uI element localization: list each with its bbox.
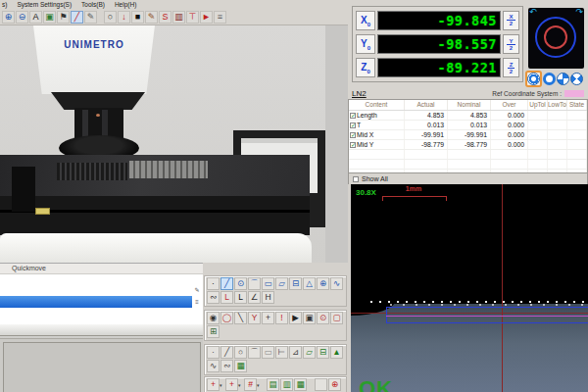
tool-cone[interactable]: △ bbox=[303, 277, 316, 290]
tool-line[interactable]: ╱ bbox=[220, 277, 233, 290]
prog-list[interactable]: ▦ bbox=[294, 378, 307, 391]
tool-cross[interactable]: + bbox=[262, 312, 274, 324]
cs-axis-caret-icon[interactable]: ▾ bbox=[238, 379, 243, 392]
rotate-left-icon[interactable]: ↶ bbox=[529, 7, 537, 17]
image-view-icon[interactable]: ▣ bbox=[43, 11, 56, 24]
brush-icon[interactable]: ✎ bbox=[145, 11, 158, 24]
table-row[interactable]: ✓T 0.013 0.013 0.000 bbox=[349, 121, 587, 130]
table-row[interactable]: ✓Length 4.853 4.853 0.000 bbox=[349, 111, 587, 121]
light-mode-segment-button[interactable] bbox=[570, 73, 583, 85]
dro-row-y: Y0 -98.557 Y 2 bbox=[356, 34, 519, 55]
ref-coordinate-value[interactable] bbox=[564, 90, 584, 97]
z-half-button[interactable]: Z 2 bbox=[503, 58, 519, 77]
tool-curve[interactable]: ∿ bbox=[330, 277, 343, 290]
menu-item-system-settings[interactable]: System Settings(S) bbox=[17, 1, 72, 8]
construct-line[interactable]: ╱ bbox=[220, 346, 233, 359]
tool-focus-circle[interactable]: ⊙ bbox=[317, 312, 329, 324]
tool-branch[interactable]: Y bbox=[248, 312, 261, 324]
edge-detect-icon[interactable]: ╱ bbox=[71, 11, 83, 24]
tool-spline[interactable]: ∾ bbox=[207, 291, 220, 304]
probe-down-icon[interactable]: ↓ bbox=[118, 11, 130, 24]
construct-angle[interactable]: ⊿ bbox=[289, 346, 302, 359]
drag-step-icon[interactable]: ≡ bbox=[193, 299, 202, 308]
construct-distance[interactable]: ⊢ bbox=[275, 346, 288, 359]
tool-arc[interactable]: ⌒ bbox=[248, 277, 261, 290]
camera-view[interactable]: 30.8X 1mm OK bbox=[351, 184, 588, 392]
prog-open[interactable]: ▤ bbox=[267, 378, 279, 391]
tool-step[interactable]: L bbox=[220, 291, 233, 304]
construct-arc[interactable]: ⌒ bbox=[248, 346, 261, 359]
tool-circle[interactable]: ⊙ bbox=[234, 277, 247, 290]
tool-angle[interactable]: ∠ bbox=[248, 291, 261, 304]
light-mode-selected-frame bbox=[525, 71, 542, 87]
marker-icon[interactable]: ► bbox=[200, 11, 213, 24]
calc-tool[interactable]: ▦ bbox=[234, 360, 247, 372]
tool-slot[interactable]: ▱ bbox=[275, 277, 288, 290]
tool-region[interactable]: ▢ bbox=[330, 312, 343, 324]
zoom-in-icon[interactable]: ⊕ bbox=[2, 11, 15, 24]
light-mode-ring-button[interactable] bbox=[543, 73, 556, 85]
row-checkbox[interactable]: ✓ bbox=[350, 142, 356, 148]
x-half-button[interactable]: X 2 bbox=[503, 11, 519, 30]
text-label-icon[interactable]: A bbox=[29, 11, 42, 24]
tool-sphere[interactable]: ⊕ bbox=[317, 277, 329, 290]
z-axis-button[interactable]: Z0 bbox=[356, 58, 375, 77]
color-rgb[interactable] bbox=[315, 378, 327, 391]
menu-item-tools[interactable]: Tools(B) bbox=[81, 1, 105, 8]
tool-exclaim[interactable]: ! bbox=[275, 312, 288, 324]
quickmove-selected-row[interactable] bbox=[0, 296, 192, 308]
row-checkbox[interactable]: ✓ bbox=[350, 122, 356, 128]
tool-point[interactable]: · bbox=[207, 277, 220, 290]
menu-item-help[interactable]: Help(H) bbox=[115, 1, 136, 8]
cs-rotate[interactable]: # bbox=[244, 378, 257, 391]
tool-ring[interactable]: ◯ bbox=[220, 312, 233, 324]
row-checkbox[interactable]: ✓ bbox=[350, 113, 356, 119]
square-tool-icon[interactable]: ■ bbox=[131, 11, 144, 24]
tool-pick-line[interactable]: ╲ bbox=[234, 312, 247, 324]
tool-capture[interactable]: ▣ bbox=[303, 312, 316, 324]
row-checkbox[interactable]: ✓ bbox=[350, 132, 356, 138]
rotate-right-icon[interactable]: ↷ bbox=[575, 7, 583, 17]
cs-rotate-caret-icon[interactable]: ▾ bbox=[257, 379, 262, 392]
prog-save[interactable]: ▥ bbox=[280, 378, 293, 391]
tool-gear[interactable]: ◉ bbox=[207, 312, 220, 324]
construct-curve[interactable]: ∿ bbox=[207, 360, 220, 372]
menu-item-partial[interactable]: s) bbox=[2, 1, 7, 8]
metrology-app-window: s) System Settings(S) Tools(B) Help(H) ⊕… bbox=[0, 0, 588, 392]
tool-grid-probe[interactable]: ⊞ bbox=[207, 325, 220, 338]
light-mode-all-button[interactable] bbox=[527, 73, 540, 85]
circle-tool-icon[interactable]: ○ bbox=[104, 11, 117, 24]
show-all-checkbox[interactable] bbox=[353, 176, 359, 182]
construct-cylinder[interactable]: ⊟ bbox=[317, 346, 329, 359]
tool-rectangle[interactable]: ▭ bbox=[262, 277, 274, 290]
y-half-button[interactable]: Y 2 bbox=[503, 34, 519, 54]
report-icon[interactable]: ▥ bbox=[172, 11, 185, 24]
x-axis-button[interactable]: X0 bbox=[356, 11, 375, 30]
pin-icon[interactable]: ⊤ bbox=[186, 11, 199, 24]
construct-plane[interactable]: ▱ bbox=[303, 346, 316, 359]
measure-pen-icon[interactable]: ✎ bbox=[84, 11, 97, 24]
construct-rect[interactable]: ▭ bbox=[262, 346, 274, 359]
flag-marker-icon[interactable]: ⚑ bbox=[57, 11, 70, 24]
y-axis-button[interactable]: Y0 bbox=[356, 34, 375, 54]
align-lines-icon[interactable]: ≡ bbox=[214, 11, 226, 24]
cs-origin-caret-icon[interactable]: ▾ bbox=[220, 379, 224, 392]
table-row[interactable]: ✓Mid Y -98.779 -98.779 0.000 bbox=[349, 140, 587, 150]
light-mode-quadrant-button[interactable] bbox=[557, 73, 569, 85]
zoom-out-icon[interactable]: ⊖ bbox=[16, 11, 28, 24]
track-target[interactable]: ⊕ bbox=[328, 378, 341, 391]
construct-point[interactable]: · bbox=[207, 346, 220, 359]
script-icon[interactable]: S bbox=[159, 11, 172, 24]
cs-axis[interactable]: + bbox=[225, 378, 238, 391]
scale-label: 1mm bbox=[382, 185, 445, 192]
construct-cone[interactable]: ▲ bbox=[330, 346, 343, 359]
tool-width[interactable]: H bbox=[262, 291, 274, 304]
tool-cylinder[interactable]: ⊟ bbox=[289, 277, 302, 290]
tool-pick-point[interactable]: ▶ bbox=[289, 312, 302, 324]
tool-corner[interactable]: L bbox=[234, 291, 247, 304]
construct-spline[interactable]: ∾ bbox=[220, 360, 233, 372]
construct-circle[interactable]: ○ bbox=[234, 346, 247, 359]
edit-step-icon[interactable]: ✎ bbox=[193, 287, 202, 296]
table-row[interactable]: ✓Mid X -99.991 -99.991 0.000 bbox=[349, 130, 587, 140]
cs-origin[interactable]: + bbox=[207, 378, 220, 391]
